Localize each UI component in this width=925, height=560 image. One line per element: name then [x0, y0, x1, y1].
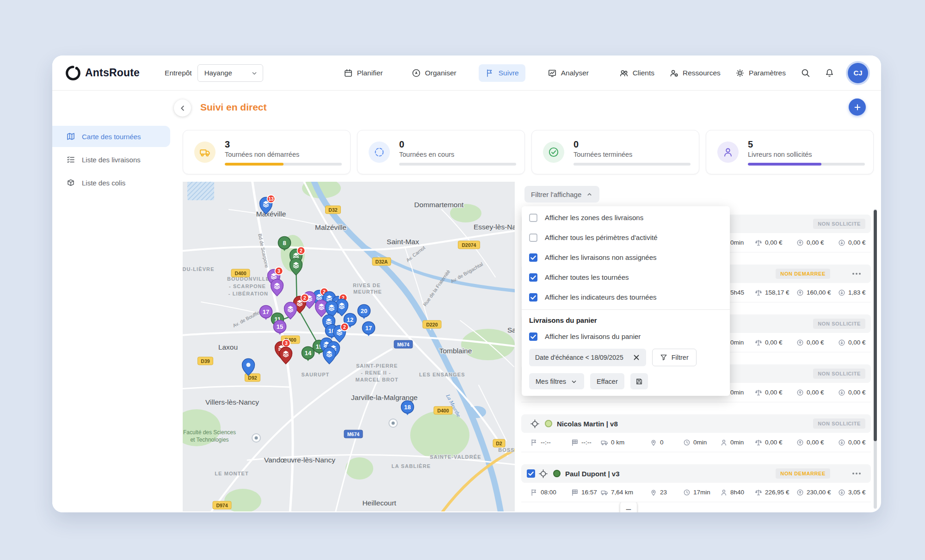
- map-label: - SCARPONE: [229, 283, 266, 289]
- person-icon: [720, 439, 728, 446]
- notifications-bell-icon[interactable]: [824, 68, 835, 79]
- map-icon: [66, 132, 75, 141]
- stat-label: Tournées en cours: [399, 151, 516, 158]
- route-row: Paul Dupont | v3NON DEMARREE08:0016:577,…: [521, 464, 871, 502]
- filter-option[interactable]: Afficher les indicateurs des tournées: [522, 287, 730, 307]
- nav-item-person-gear[interactable]: Ressources: [668, 66, 722, 80]
- svg-text:3: 3: [278, 268, 280, 274]
- route-stat-revenue: 0,00 €: [796, 239, 824, 246]
- stat-label: Tournées non démarrées: [225, 151, 342, 158]
- route-menu-button[interactable]: [851, 470, 862, 477]
- map-label: Faculté des Sciences: [183, 429, 236, 436]
- add-button[interactable]: [849, 98, 866, 116]
- compass-icon: [412, 68, 421, 78]
- filter-option-checkbox[interactable]: [529, 332, 537, 341]
- route-stat-cost: 0,00 €: [755, 339, 783, 346]
- svg-text:D39: D39: [201, 358, 210, 364]
- route-status-badge: NON DEMARREE: [776, 269, 830, 279]
- filter-option[interactable]: Afficher les zones des livraisons: [522, 208, 730, 228]
- route-stat-margin: 0,00 €: [838, 389, 866, 396]
- scrollbar-thumb[interactable]: [874, 210, 877, 441]
- locate-crosshair-icon[interactable]: [539, 469, 548, 478]
- filter-option-checkbox[interactable]: [529, 253, 537, 262]
- map-label: Tomblaine: [439, 347, 472, 355]
- panel-scrollbar[interactable]: [874, 209, 877, 509]
- route-menu-button[interactable]: [851, 270, 862, 277]
- sidebar-item-package[interactable]: Liste des colis: [52, 172, 170, 193]
- filter-option-checkbox[interactable]: [529, 273, 537, 282]
- down-icon: [838, 289, 845, 296]
- filter-chip-row: Date d'échéance < 18/09/2025 Filtrer: [522, 346, 730, 368]
- filter-display-toggle[interactable]: Filtrer l'affichage: [524, 186, 599, 203]
- spinner-icon: [374, 147, 385, 158]
- route-stat-start-time: --:--: [530, 439, 551, 446]
- up-icon: [796, 289, 804, 296]
- map-label: Dommartemont: [414, 201, 464, 209]
- nav-item-gear[interactable]: Paramètres: [734, 66, 787, 80]
- filter-option[interactable]: Afficher les livraisons du panier: [522, 326, 730, 346]
- route-status-badge: NON SOLLICITE: [813, 369, 865, 379]
- depot-select[interactable]: Hayange: [197, 64, 263, 82]
- locate-crosshair-icon[interactable]: [530, 419, 539, 428]
- nav-item-compass[interactable]: Organiser: [405, 64, 463, 82]
- user-avatar[interactable]: CJ: [848, 63, 868, 83]
- map-label: LES ENSANGES: [419, 372, 465, 377]
- stat-value: 3: [225, 139, 342, 149]
- clear-filters-button[interactable]: Effacer: [590, 373, 624, 389]
- save-filter-button[interactable]: [630, 373, 648, 389]
- nav-item-flag[interactable]: Suivre: [479, 64, 525, 82]
- route-stat-driver-time: 0min: [720, 439, 744, 446]
- filter-option-checkbox[interactable]: [529, 293, 537, 302]
- truck-icon: [194, 142, 216, 163]
- down-icon: [838, 389, 845, 396]
- secondary-nav: ClientsRessourcesParamètres CJ: [618, 63, 868, 83]
- svg-text:18: 18: [404, 404, 411, 411]
- date-filter-chip-label: Date d'échéance < 18/09/2025: [535, 354, 623, 361]
- brand-name: AntsRoute: [85, 67, 140, 79]
- sidebar-item-map[interactable]: Carte des tournées: [52, 126, 170, 147]
- filter-option-checkbox[interactable]: [529, 214, 537, 222]
- filter-option[interactable]: Afficher les livraisons non assignées: [522, 247, 730, 267]
- nav-item-people[interactable]: Clients: [618, 66, 655, 80]
- filter-option[interactable]: Afficher toutes les tournées: [522, 267, 730, 287]
- map-label: LE MONTET: [215, 471, 248, 476]
- svg-text:8: 8: [283, 240, 286, 246]
- map-label: Jarville-la-Malgrange: [351, 394, 418, 401]
- funnel-icon: [660, 354, 667, 361]
- sidebar-item-list[interactable]: Liste des livraisons: [52, 149, 170, 170]
- search-icon[interactable]: [800, 68, 811, 79]
- map-canvas[interactable]: MaxévilleMalzévilleDommartemontEssey-lès…: [183, 182, 515, 511]
- road-badge: D92: [245, 374, 260, 382]
- sidebar-item-label: Liste des livraisons: [82, 156, 141, 164]
- map-label: Heillecourt: [362, 499, 396, 507]
- my-filters-button[interactable]: Mes filtres: [529, 373, 584, 389]
- route-stat-cost: 0,00 €: [755, 239, 783, 246]
- person-icon: [717, 142, 739, 163]
- filter-option-checkbox[interactable]: [529, 234, 537, 242]
- nav-item-calendar[interactable]: Planifier: [337, 64, 389, 82]
- up-icon: [796, 239, 804, 246]
- filter-button[interactable]: Filtrer: [652, 349, 697, 366]
- scale-icon: [755, 489, 762, 496]
- filter-option[interactable]: Afficher tous les périmètres d'activité: [522, 228, 730, 247]
- app-window: AntsRoute Entrepôt Hayange PlanifierOrga…: [52, 55, 881, 512]
- filter-option-label: Afficher tous les périmètres d'activité: [545, 234, 658, 241]
- stat-value: 5: [748, 139, 865, 149]
- route-row-header[interactable]: Nicolas Martin | v8NON SOLLICITE: [521, 414, 871, 433]
- back-button[interactable]: [174, 99, 191, 117]
- brand-logo[interactable]: AntsRoute: [65, 65, 140, 81]
- zoom-out-button[interactable]: −: [620, 501, 637, 512]
- nav-item-chart[interactable]: Analyser: [541, 64, 595, 82]
- nav-item-label: Clients: [633, 69, 654, 77]
- route-stat-margin: 0,00 €: [838, 239, 866, 246]
- chevron-down-icon: [570, 378, 578, 385]
- remove-chip-icon[interactable]: [633, 354, 640, 361]
- svg-text:D974: D974: [216, 503, 228, 508]
- truck-icon: [601, 439, 608, 446]
- route-stat-end-time: 16:57: [571, 489, 597, 496]
- route-row: Nicolas Martin | v8NON SOLLICITE--:----:…: [521, 414, 871, 452]
- route-row-header[interactable]: Paul Dupont | v3NON DEMARREE: [521, 464, 871, 483]
- stat-progress: [399, 163, 516, 166]
- chevron-down-icon: [251, 69, 258, 77]
- route-select-checkbox[interactable]: [527, 469, 535, 478]
